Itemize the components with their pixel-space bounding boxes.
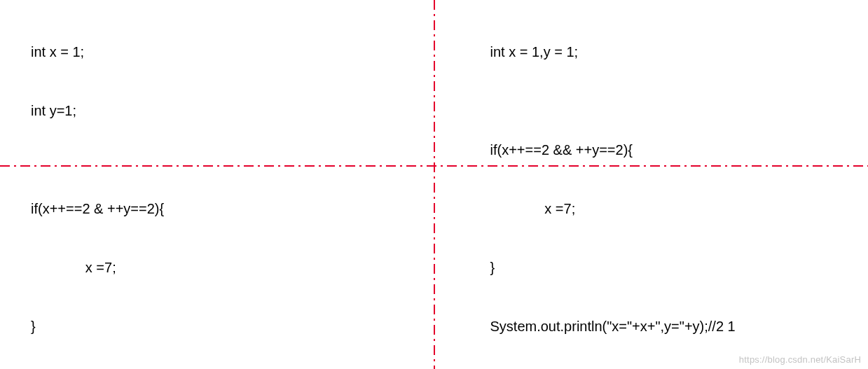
quadrant-top-left: int x = 1; int y=1; if(x++==2 & ++y==2){… (0, 0, 434, 369)
code-line: int y=1; (31, 101, 420, 120)
code-line: int x = 1,y = 1; (490, 42, 855, 62)
code-comparison-grid: int x = 1; int y=1; if(x++==2 & ++y==2){… (0, 0, 868, 369)
code-line: } (490, 258, 855, 277)
quadrant-top-right: int x = 1,y = 1; if(x++==2 && ++y==2){ x… (434, 0, 869, 369)
code-line: } (31, 316, 420, 336)
code-line: System.out.println("x="+x+",y="+y);//2 1 (490, 316, 855, 336)
watermark-text: https://blog.csdn.net/KaiSarH (739, 354, 861, 365)
code-line: x =7; (490, 199, 855, 218)
code-line: if(x++==2 & ++y==2){ (31, 199, 420, 218)
code-line: x =7; (31, 258, 420, 277)
code-line: int x = 1; (31, 42, 420, 62)
code-line: if(x++==2 && ++y==2){ (490, 140, 855, 160)
